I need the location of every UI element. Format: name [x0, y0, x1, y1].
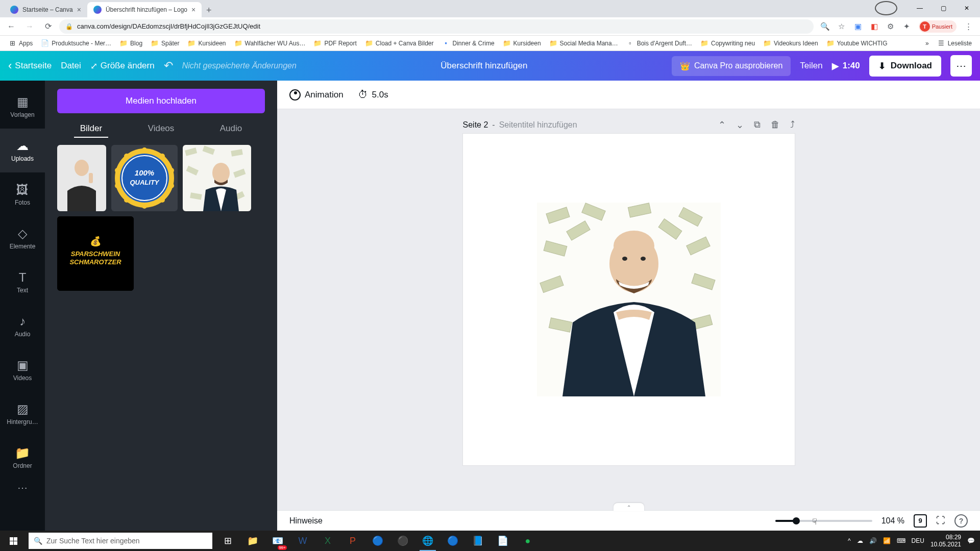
onedrive-icon[interactable]: ☁ [857, 537, 863, 544]
browser-tab-active[interactable]: Überschrift hinzufügen – Logo × [87, 2, 202, 17]
rail-uploads[interactable]: ☁Uploads [0, 129, 45, 172]
apps-button[interactable]: ⊞Apps [5, 38, 36, 49]
download-button[interactable]: ⬇ Download [869, 56, 941, 77]
zoom-indicator-icon[interactable]: 🔍 [821, 22, 830, 31]
spotify-icon[interactable]: ● [516, 531, 540, 551]
language-indicator[interactable]: DEU [912, 537, 924, 544]
close-icon[interactable]: × [77, 6, 81, 14]
bookmark-item[interactable]: 📁Blog [116, 38, 145, 49]
canvas-image[interactable] [537, 203, 721, 396]
animation-button[interactable]: Animation [289, 89, 344, 101]
undo-button[interactable]: ↶ [164, 59, 173, 72]
rail-audio[interactable]: ♪Audio [0, 304, 45, 348]
bookmark-item[interactable]: 📄Produktsuche - Mer… [38, 38, 114, 49]
start-button[interactable] [1, 531, 26, 551]
more-menu-button[interactable]: ⋯ [950, 55, 972, 77]
tab-images[interactable]: Bilder [74, 120, 108, 138]
bookmark-item[interactable]: ▫Bois d'Argent Duft… [623, 38, 695, 49]
page-scroll[interactable]: Seite 2 - Seitentitel hinzufügen ⌃ ⌄ ⧉ 🗑… [277, 109, 980, 510]
extension-icon[interactable]: ⚙ [886, 22, 895, 31]
duplicate-page-icon[interactable]: ⧉ [754, 119, 761, 131]
rail-more[interactable]: ⋯ [17, 482, 28, 494]
bookmark-item[interactable]: 📁Youtube WICHTIG [823, 38, 891, 49]
zoom-slider[interactable]: ☟ [775, 520, 872, 522]
keyboard-icon[interactable]: ⌨ [897, 537, 905, 544]
page-count-button[interactable]: 9 [914, 514, 927, 528]
close-window-icon[interactable]: ✕ [955, 1, 978, 15]
close-icon[interactable]: × [191, 6, 195, 14]
browser-tab[interactable]: Startseite – Canva × [4, 2, 87, 17]
forward-icon[interactable]: → [22, 19, 37, 34]
upload-thumb[interactable] [183, 145, 251, 211]
wifi-icon[interactable]: 📶 [883, 537, 891, 544]
mail-icon[interactable]: 📧99+ [265, 531, 290, 551]
obs-icon[interactable]: ⚫ [390, 531, 415, 551]
bookmark-item[interactable]: 📁Copywriting neu [697, 38, 758, 49]
page-up-icon[interactable]: ⌃ [718, 119, 726, 131]
rail-text[interactable]: TText [0, 260, 45, 304]
upload-thumb[interactable] [57, 145, 106, 211]
file-explorer-icon[interactable]: 📁 [240, 531, 265, 551]
rail-videos[interactable]: ▣Videos [0, 348, 45, 392]
app-icon[interactable]: 📘 [465, 531, 490, 551]
resize-button[interactable]: ⤢ Größe ändern [90, 61, 155, 71]
try-pro-button[interactable]: 👑 Canva Pro ausprobieren [672, 56, 791, 76]
rail-background[interactable]: ▨Hintergru… [0, 392, 45, 436]
fullscreen-icon[interactable]: ⛶ [936, 515, 945, 526]
account-indicator-icon[interactable] [875, 1, 897, 15]
document-title[interactable]: Überschrift hinzufügen [440, 61, 527, 71]
edge-icon[interactable]: 🔵 [440, 531, 465, 551]
bookmark-item[interactable]: 📁Cload + Canva Bilder [362, 38, 437, 49]
minimize-icon[interactable]: — [909, 1, 931, 15]
back-icon[interactable]: ← [4, 19, 18, 34]
home-button[interactable]: ‹ Startseite [8, 59, 52, 72]
word-icon[interactable]: W [290, 531, 315, 551]
bookmark-item[interactable]: 📁Später [148, 38, 182, 49]
file-menu[interactable]: Datei [61, 61, 81, 71]
task-view-icon[interactable]: ⊞ [215, 531, 240, 551]
notifications-icon[interactable]: 💬 [967, 537, 975, 544]
bookmark-item[interactable]: 📁Social Media Mana… [546, 38, 621, 49]
zoom-knob[interactable] [793, 517, 800, 524]
help-icon[interactable]: ? [954, 514, 968, 528]
extension-icon[interactable]: ▣ [853, 22, 863, 31]
notes-label[interactable]: Hinweise [289, 516, 323, 525]
page-down-icon[interactable]: ⌄ [736, 119, 744, 131]
tab-videos[interactable]: Videos [142, 120, 181, 138]
app-icon[interactable]: 🔵 [365, 531, 390, 551]
page-share-icon[interactable]: ⤴ [790, 119, 795, 131]
kebab-menu-icon[interactable]: ⋮ [964, 22, 973, 31]
bookmark-item[interactable]: 📁Videokurs Ideen [760, 38, 821, 49]
bookmark-item[interactable]: ▪Dinner & Crime [439, 38, 498, 49]
volume-icon[interactable]: 🔊 [869, 537, 877, 544]
extension-icon[interactable]: ◧ [870, 22, 879, 31]
clock[interactable]: 08:29 10.05.2021 [930, 534, 961, 548]
reload-icon[interactable]: ⟳ [41, 19, 55, 34]
profile-button[interactable]: T Pausiert [919, 20, 957, 33]
notes-expand-handle[interactable]: ⌃ [614, 503, 644, 511]
powerpoint-icon[interactable]: P [340, 531, 365, 551]
page-title-input[interactable]: Seitentitel hinzufügen [499, 120, 577, 130]
bookmark-item[interactable]: 📁Wahlfächer WU Aus… [231, 38, 309, 49]
bookmark-star-icon[interactable]: ☆ [837, 22, 846, 31]
tab-audio[interactable]: Audio [214, 120, 248, 138]
new-tab-button[interactable]: + [202, 3, 216, 17]
share-button[interactable]: Teilen [800, 61, 822, 71]
bookmark-item[interactable]: 📁PDF Report [310, 38, 359, 49]
excel-icon[interactable]: X [315, 531, 340, 551]
present-button[interactable]: ▶ 1:40 [832, 61, 860, 71]
bookmark-item[interactable]: 📁Kursideen [184, 38, 229, 49]
taskbar-search[interactable]: 🔍 Zur Suche Text hier eingeben [29, 533, 212, 549]
extensions-menu-icon[interactable]: ✦ [902, 22, 912, 31]
chrome-icon[interactable]: 🌐 [415, 531, 440, 551]
timing-button[interactable]: ⏱ 5.0s [358, 89, 388, 101]
delete-page-icon[interactable]: 🗑 [771, 119, 780, 131]
canvas-page[interactable] [463, 134, 795, 465]
tray-chevron-icon[interactable]: ^ [848, 537, 851, 544]
reading-list-button[interactable]: ☰Leseliste [934, 38, 975, 49]
bookmark-item[interactable]: 📁Kursideen [500, 38, 544, 49]
rail-elements[interactable]: ◇Elemente [0, 216, 45, 260]
upload-media-button[interactable]: Medien hochladen [57, 89, 265, 113]
upload-thumb[interactable]: 💰SPARSCHWEINSCHMAROTZER [57, 216, 134, 291]
rail-templates[interactable]: ▦Vorlagen [0, 85, 45, 129]
